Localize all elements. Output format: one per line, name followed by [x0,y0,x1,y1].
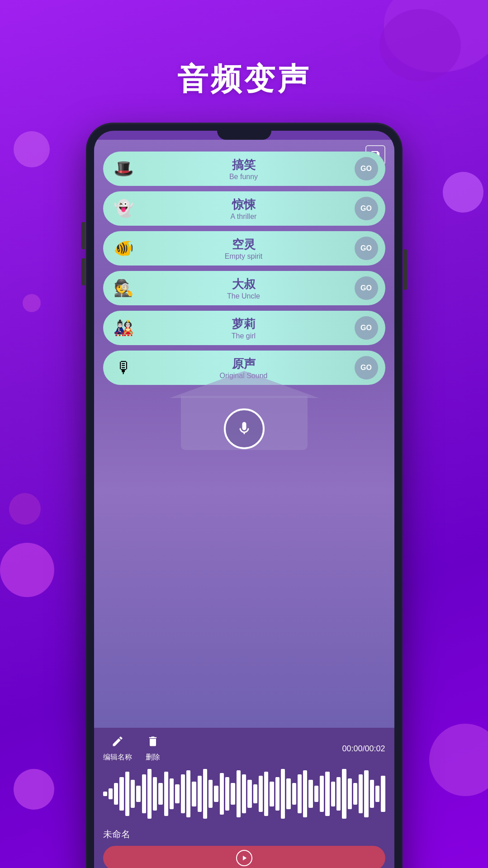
wave-bar [359,774,363,813]
effect-icon-uncle: 🕵 [110,275,137,302]
phone-frame: 保存 🎩搞笑Be funnyGO👻惊悚A thrillerGO🐠空灵Empty … [86,123,403,868]
wave-bar [281,769,285,819]
wave-bar [308,780,313,807]
effect-icon-empty-spirit: 🐠 [110,235,137,262]
effect-item-uncle[interactable]: 🕵大叔The UncleGO [103,271,385,305]
effect-icon-original: 🎙 [110,354,137,381]
bottom-controls: 编辑名称 删除 00:00/00:02 未命名 [94,728,394,868]
effect-item-funny[interactable]: 🎩搞笑Be funnyGO [103,152,385,186]
wave-bar [381,776,385,811]
go-button-thriller[interactable]: GO [355,197,378,220]
bg-blob-9 [429,724,488,796]
effect-en-uncle: The Uncle [137,292,350,300]
delete-label: 删除 [146,753,160,762]
effect-cn-thriller: 惊悚 [137,197,350,213]
effect-text-thriller: 惊悚A thriller [137,197,350,221]
effects-list: 🎩搞笑Be funnyGO👻惊悚A thrillerGO🐠空灵Empty spi… [103,152,385,385]
wave-bar [348,778,352,809]
effect-item-thriller[interactable]: 👻惊悚A thrillerGO [103,191,385,226]
effect-text-funny: 搞笑Be funny [137,157,350,181]
phone-screen: 保存 🎩搞笑Be funnyGO👻惊悚A thrillerGO🐠空灵Empty … [94,131,394,868]
mic-button[interactable] [224,408,265,449]
bg-blob-8 [443,172,483,213]
go-button-funny[interactable]: GO [355,157,378,180]
wave-bar [131,780,135,807]
bg-blob-4 [23,294,41,312]
action-row: 编辑名称 删除 00:00/00:02 [103,735,385,762]
wave-bar [109,788,113,799]
go-button-original[interactable]: GO [355,356,378,379]
wave-bar [292,783,296,805]
play-button[interactable] [236,850,252,866]
wave-bar [153,777,157,810]
delete-icon [147,735,159,751]
effect-icon-girl: 🎎 [110,314,137,342]
wave-bar [170,778,174,809]
wave-bar [242,774,246,813]
effect-icon-thriller: 👻 [110,195,137,222]
effect-cn-original: 原声 [137,356,350,372]
wave-bar [186,770,190,817]
wave-bar [192,782,196,806]
bg-blob-3 [14,131,50,167]
house-roof [170,371,319,398]
timestamp: 00:00/00:02 [342,744,385,754]
wave-bar [125,772,129,816]
bg-blob-2 [379,9,461,81]
wave-bar [203,769,207,819]
screen-content: 保存 🎩搞笑Be funnyGO👻惊悚A thrillerGO🐠空灵Empty … [94,140,394,728]
wave-bar [370,780,374,807]
side-btn-power [403,249,407,290]
effect-text-empty-spirit: 空灵Empty spirit [137,237,350,261]
wave-bar [237,770,241,817]
wave-bar [253,784,257,804]
effect-cn-girl: 萝莉 [137,316,350,332]
effect-item-empty-spirit[interactable]: 🐠空灵Empty spiritGO [103,231,385,266]
delete-button[interactable]: 删除 [146,735,160,762]
wave-bar [298,774,302,813]
effect-item-girl[interactable]: 🎎萝莉The girlGO [103,311,385,345]
wave-bar [314,786,318,802]
wave-bar [136,786,140,802]
wave-bar [264,772,268,816]
wave-bar [286,778,290,809]
effect-cn-uncle: 大叔 [137,276,350,292]
wave-bar [220,773,224,815]
wave-bar [147,769,152,819]
wave-bar [119,777,123,810]
wave-bar [331,782,335,806]
wave-bar [353,783,357,805]
bg-blob-7 [14,769,54,810]
edit-icon [111,735,124,751]
filename: 未命名 [103,828,385,840]
go-button-girl[interactable]: GO [355,316,378,340]
wave-bar [198,776,202,811]
wave-bar [325,772,329,816]
effect-text-uncle: 大叔The Uncle [137,276,350,300]
side-btn-volume-down [81,258,85,285]
wave-bar [164,772,168,816]
phone-notch [217,131,271,140]
effect-icon-funny: 🎩 [110,155,137,182]
wave-bar [259,776,263,811]
effect-en-thriller: A thriller [137,213,350,221]
mic-area [103,391,385,450]
edit-label: 编辑名称 [103,753,132,762]
effect-en-funny: Be funny [137,173,350,181]
edit-name-button[interactable]: 编辑名称 [103,735,132,762]
effect-en-empty-spirit: Empty spirit [137,252,350,261]
wave-bar [231,783,235,805]
wave-bar [303,770,307,817]
go-button-uncle[interactable]: GO [355,276,378,300]
wave-bar [320,776,324,811]
go-button-empty-spirit[interactable]: GO [355,237,378,260]
effect-cn-funny: 搞笑 [137,157,350,173]
wave-bar [247,780,251,807]
wave-bar [364,770,368,817]
wave-bar [270,782,274,806]
waveform [103,767,385,821]
wave-bar [208,780,213,807]
effect-text-girl: 萝莉The girl [137,316,350,340]
wave-bar [336,777,341,810]
play-bar[interactable] [103,846,385,868]
